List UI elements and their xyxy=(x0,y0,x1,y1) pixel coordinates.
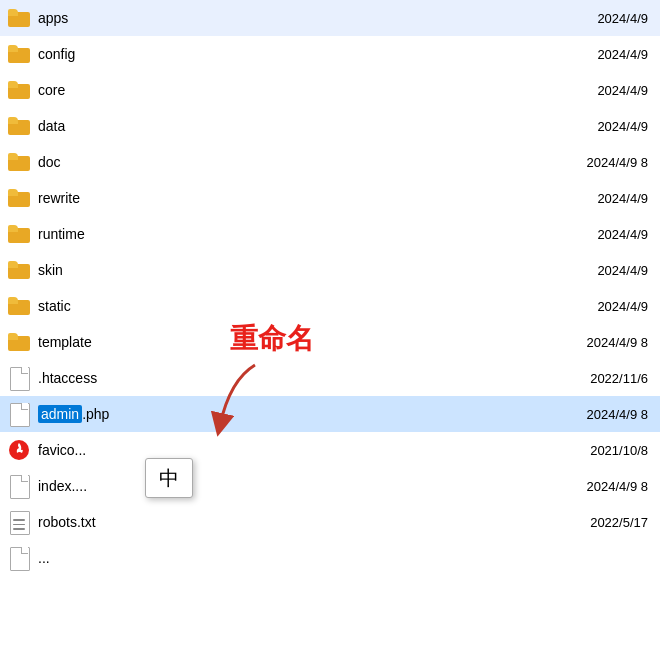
file-date: 2024/4/9 xyxy=(572,47,652,62)
file-row[interactable]: runtime2024/4/9 xyxy=(0,216,660,252)
file-name: skin xyxy=(38,262,572,278)
file-row[interactable]: config2024/4/9 xyxy=(0,36,660,72)
file-date: 2022/5/17 xyxy=(572,515,652,530)
file-row[interactable]: rewrite2024/4/9 xyxy=(0,180,660,216)
file-name: .htaccess xyxy=(38,370,572,386)
file-row[interactable]: core2024/4/9 xyxy=(0,72,660,108)
folder-icon xyxy=(8,189,30,207)
file-name: static xyxy=(38,298,572,314)
file-row[interactable]: data2024/4/9 xyxy=(0,108,660,144)
file-row[interactable]: index....2024/4/9 8 xyxy=(0,468,660,504)
favicon-icon xyxy=(8,439,30,461)
file-name: favico... xyxy=(38,442,572,458)
file-name: apps xyxy=(38,10,572,26)
file-date: 2024/4/9 8 xyxy=(572,479,652,494)
folder-icon xyxy=(8,225,30,243)
folder-icon xyxy=(8,9,30,27)
file-row[interactable]: apps2024/4/9 xyxy=(0,0,660,36)
plain-file-icon xyxy=(10,403,28,425)
file-row[interactable]: ... xyxy=(0,540,660,576)
file-name: data xyxy=(38,118,572,134)
folder-icon xyxy=(8,261,30,279)
folder-icon xyxy=(8,117,30,135)
file-name: doc xyxy=(38,154,572,170)
rename-cursor-tooltip: 中 xyxy=(145,458,193,498)
file-name: index.... xyxy=(38,478,572,494)
file-row[interactable]: skin2024/4/9 xyxy=(0,252,660,288)
folder-icon xyxy=(8,153,30,171)
file-date: 2024/4/9 xyxy=(572,227,652,242)
file-row[interactable]: .htaccess2022/11/6 xyxy=(0,360,660,396)
file-list: apps2024/4/9config2024/4/9core2024/4/9da… xyxy=(0,0,660,576)
file-date: 2024/4/9 8 xyxy=(572,407,652,422)
rename-arrow xyxy=(200,360,270,443)
folder-icon xyxy=(8,81,30,99)
file-date: 2021/10/8 xyxy=(572,443,652,458)
file-date: 2024/4/9 xyxy=(572,83,652,98)
plain-file-icon xyxy=(10,475,28,497)
file-date: 2024/4/9 xyxy=(572,191,652,206)
file-row[interactable]: template2024/4/9 8 xyxy=(0,324,660,360)
file-date: 2024/4/9 8 xyxy=(572,335,652,350)
plain-file-icon xyxy=(10,367,28,389)
file-row[interactable]: favico...2021/10/8 xyxy=(0,432,660,468)
folder-icon xyxy=(8,297,30,315)
file-row[interactable]: static2024/4/9 xyxy=(0,288,660,324)
file-name: robots.txt xyxy=(38,514,572,530)
file-name: ... xyxy=(38,550,572,566)
rename-tooltip-text: 中 xyxy=(159,465,179,492)
lined-file-icon xyxy=(10,511,28,533)
folder-icon xyxy=(8,45,30,63)
file-name: core xyxy=(38,82,572,98)
file-row[interactable]: admin.php2024/4/9 8 xyxy=(0,396,660,432)
file-name: config xyxy=(38,46,572,62)
file-date: 2024/4/9 xyxy=(572,263,652,278)
file-date: 2024/4/9 xyxy=(572,119,652,134)
file-name: runtime xyxy=(38,226,572,242)
file-name-selected-part: admin xyxy=(38,405,82,423)
file-name: rewrite xyxy=(38,190,572,206)
file-date: 2024/4/9 xyxy=(572,299,652,314)
plain-file-icon xyxy=(10,547,28,569)
file-date: 2024/4/9 8 xyxy=(572,155,652,170)
file-date: 2022/11/6 xyxy=(572,371,652,386)
file-name: admin.php xyxy=(38,405,572,423)
file-row[interactable]: doc2024/4/9 8 xyxy=(0,144,660,180)
file-date: 2024/4/9 xyxy=(572,11,652,26)
rename-annotation-label: 重命名 xyxy=(230,320,314,358)
file-row[interactable]: robots.txt2022/5/17 xyxy=(0,504,660,540)
folder-icon xyxy=(8,333,30,351)
